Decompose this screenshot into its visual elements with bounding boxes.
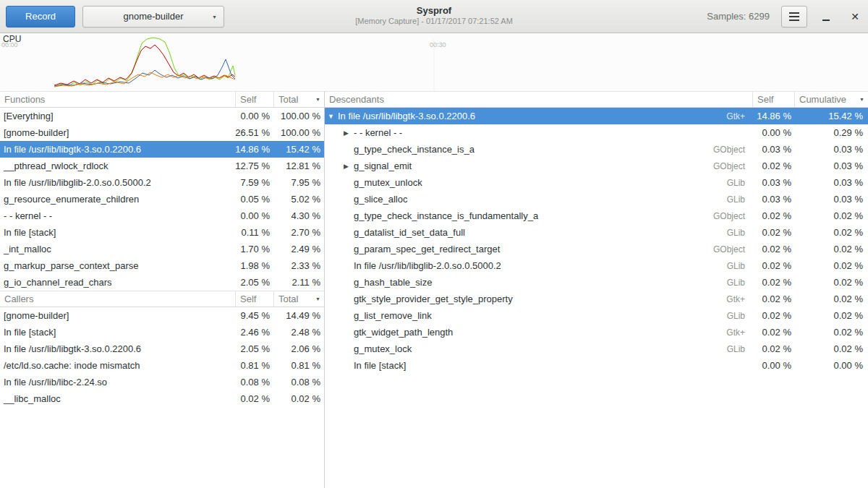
functions-column-header[interactable]: Functions [0, 92, 235, 107]
tree-cell: ▶g_signal_emit [325, 160, 702, 171]
function-total: 100.00 % [273, 111, 324, 121]
window-controls: ✕ [819, 9, 862, 24]
descendant-cumulative: 0.02 % [794, 227, 868, 238]
function-name: In file /usr/lib/libgtk-3.so.0.2200.6 [0, 144, 235, 155]
tree-cell: g_mutex_lock [325, 343, 702, 354]
caller-name: In file /usr/lib/libgtk-3.so.0.2200.6 [0, 343, 235, 354]
functions-self-column-header[interactable]: Self [235, 92, 273, 107]
caller-self: 2.05 % [235, 343, 273, 354]
descendants-row[interactable]: In file [stack]0.00 %0.00 % [325, 357, 868, 374]
callers-row[interactable]: /etc/ld.so.cache: inode mismatch0.81 %0.… [0, 357, 324, 374]
descendants-row[interactable]: g_slice_allocGLib0.03 %0.03 % [325, 191, 868, 207]
cpu-timeline[interactable]: CPU 00:00 00:30 [0, 33, 868, 91]
descendant-self: 0.00 % [752, 127, 794, 138]
function-total: 5.02 % [273, 194, 324, 205]
descendants-row[interactable]: g_hash_table_sizeGLib0.02 %0.02 % [325, 274, 868, 291]
descendant-name: g_hash_table_size [354, 277, 432, 288]
caller-total: 14.49 % [273, 310, 324, 321]
descendant-self: 0.02 % [752, 244, 794, 254]
cpu-series-1 [54, 38, 235, 87]
caller-self: 0.02 % [235, 393, 273, 404]
descendants-row[interactable]: g_mutex_lockGLib0.02 %0.02 % [325, 341, 868, 357]
descendants-row[interactable]: g_mutex_unlockGLib0.03 %0.03 % [325, 174, 868, 191]
caller-self: 0.08 % [235, 377, 273, 388]
app-title: Sysprof [355, 5, 513, 17]
functions-row-selected[interactable]: In file /usr/lib/libgtk-3.so.0.2200.614.… [0, 141, 324, 158]
descendant-self: 0.02 % [752, 310, 794, 321]
functions-row[interactable]: In file [stack]0.11 %2.70 % [0, 224, 324, 241]
function-total: 2.33 % [273, 260, 324, 271]
functions-total-column-header[interactable]: Total▼ [273, 92, 324, 107]
expander-collapsed-icon[interactable]: ▶ [344, 129, 354, 137]
descendants-row[interactable]: In file /usr/lib/libglib-2.0.so.0.5000.2… [325, 257, 868, 274]
callers-row[interactable]: In file /usr/lib/libgtk-3.so.0.2200.62.0… [0, 341, 324, 357]
record-button[interactable]: Record [6, 6, 75, 27]
descendants-row[interactable]: ▶g_signal_emitGObject0.02 %0.03 % [325, 158, 868, 174]
functions-row[interactable]: g_io_channel_read_chars2.05 %2.11 % [0, 274, 324, 291]
functions-row[interactable]: [gnome-builder]26.51 %100.00 % [0, 124, 324, 141]
descendant-name: g_signal_emit [354, 160, 412, 171]
descendants-row[interactable]: g_type_check_instance_is_fundamentally_a… [325, 207, 868, 224]
descendant-cumulative: 0.02 % [794, 244, 868, 254]
descendants-row[interactable]: g_param_spec_get_redirect_targetGObject0… [325, 241, 868, 257]
function-self: 12.75 % [235, 160, 273, 171]
caller-self: 0.81 % [235, 360, 273, 371]
callers-row[interactable]: In file [stack]2.46 %2.48 % [0, 324, 324, 341]
function-self: 7.59 % [235, 177, 273, 188]
descendants-cumulative-column-header[interactable]: Cumulative▼ [794, 92, 868, 107]
descendants-row[interactable]: gtk_widget_path_lengthGtk+0.02 %0.02 % [325, 324, 868, 341]
descendants-row[interactable]: g_type_check_instance_is_aGObject0.03 %0… [325, 141, 868, 158]
descendant-self: 0.02 % [752, 260, 794, 271]
functions-row[interactable]: In file /usr/lib/libglib-2.0.so.0.5000.2… [0, 174, 324, 191]
descendant-self: 0.02 % [752, 210, 794, 221]
descendant-name: gtk_widget_path_length [354, 327, 453, 338]
descendant-self: 14.86 % [752, 111, 794, 121]
tree-cell: g_hash_table_size [325, 277, 702, 288]
functions-row[interactable]: [Everything]0.00 %100.00 % [0, 108, 324, 124]
descendants-self-column-header[interactable]: Self [752, 92, 794, 107]
function-name: _int_malloc [0, 244, 235, 254]
descendants-row[interactable]: ▶- - kernel - -0.00 %0.29 % [325, 124, 868, 141]
function-self: 1.70 % [235, 244, 273, 254]
expander-collapsed-icon[interactable]: ▶ [344, 163, 354, 170]
library-tag: Gtk+ [702, 294, 752, 304]
callers-row[interactable]: __libc_malloc0.02 %0.02 % [0, 390, 324, 407]
callers-self-column-header[interactable]: Self [235, 291, 273, 307]
function-name: [Everything] [0, 111, 235, 121]
menu-button[interactable] [781, 6, 807, 27]
descendant-cumulative: 0.02 % [794, 327, 868, 338]
caller-name: [gnome-builder] [0, 310, 235, 321]
caller-name: __libc_malloc [0, 393, 235, 404]
capture-subtitle: [Memory Capture] - 01/17/2017 07:21:52 A… [355, 17, 513, 27]
functions-row[interactable]: g_resource_enumerate_children0.05 %5.02 … [0, 191, 324, 207]
cpu-series-3 [54, 59, 235, 86]
callers-total-column-header[interactable]: Total▼ [273, 291, 324, 307]
callers-column-header[interactable]: Callers [0, 291, 235, 307]
descendants-column-header[interactable]: Descendants [325, 92, 752, 107]
descendant-self: 0.02 % [752, 294, 794, 304]
descendant-name: g_type_check_instance_is_a [354, 144, 475, 155]
process-selector-label: gnome-builder [123, 11, 183, 22]
callers-row[interactable]: [gnome-builder]9.45 %14.49 % [0, 307, 324, 324]
descendants-row[interactable]: gtk_style_provider_get_style_propertyGtk… [325, 291, 868, 307]
expander-expanded-icon[interactable]: ▼ [328, 113, 338, 120]
descendants-row[interactable]: g_list_remove_linkGLib0.02 %0.02 % [325, 307, 868, 324]
functions-row[interactable]: g_markup_parse_context_parse1.98 %2.33 % [0, 257, 324, 274]
process-selector-dropdown[interactable]: gnome-builder ▼ [82, 6, 224, 27]
descendant-name: gtk_style_provider_get_style_property [354, 294, 513, 304]
descendant-self: 0.03 % [752, 194, 794, 205]
descendants-row-selected[interactable]: ▼In file /usr/lib/libgtk-3.so.0.2200.6Gt… [325, 108, 868, 124]
function-total: 15.42 % [273, 144, 324, 155]
functions-row[interactable]: __pthread_rwlock_rdlock12.75 %12.81 % [0, 158, 324, 174]
descendants-row[interactable]: g_datalist_id_set_data_fullGLib0.02 %0.0… [325, 224, 868, 241]
function-self: 14.86 % [235, 144, 273, 155]
minimize-button[interactable] [819, 9, 833, 24]
function-total: 12.81 % [273, 160, 324, 171]
close-button[interactable]: ✕ [848, 9, 862, 24]
callers-row[interactable]: In file /usr/lib/libc-2.24.so0.08 %0.08 … [0, 374, 324, 390]
library-tag: GLib [702, 261, 752, 271]
functions-row[interactable]: _int_malloc1.70 %2.49 % [0, 241, 324, 257]
library-tag: GObject [702, 244, 752, 254]
function-self: 26.51 % [235, 127, 273, 138]
functions-row[interactable]: - - kernel - -0.00 %4.30 % [0, 207, 324, 224]
